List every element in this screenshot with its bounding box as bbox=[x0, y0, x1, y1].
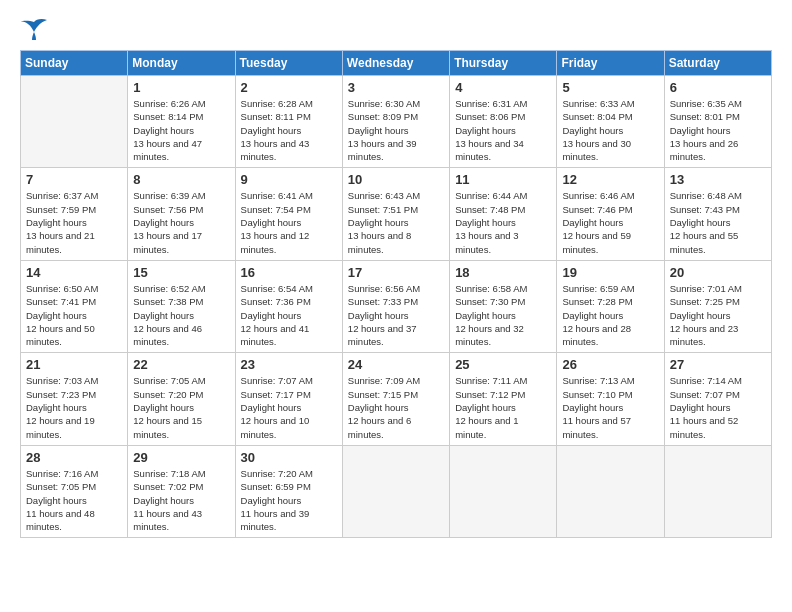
daylight-value: 12 hours and 23 minutes. bbox=[670, 323, 739, 347]
calendar-cell: 5Sunrise: 6:33 AMSunset: 8:04 PMDaylight… bbox=[557, 76, 664, 168]
week-row-2: 7Sunrise: 6:37 AMSunset: 7:59 PMDaylight… bbox=[21, 168, 772, 260]
daylight-value: 12 hours and 41 minutes. bbox=[241, 323, 310, 347]
calendar-page: SundayMondayTuesdayWednesdayThursdayFrid… bbox=[0, 0, 792, 612]
daylight-value: 13 hours and 17 minutes. bbox=[133, 230, 202, 254]
sunrise-label: Sunrise: 6:50 AM bbox=[26, 283, 98, 294]
calendar-cell bbox=[557, 445, 664, 537]
sunset-label: Sunset: 7:43 PM bbox=[670, 204, 740, 215]
calendar-table: SundayMondayTuesdayWednesdayThursdayFrid… bbox=[20, 50, 772, 538]
daylight-label: Daylight hours bbox=[241, 310, 302, 321]
calendar-cell: 20Sunrise: 7:01 AMSunset: 7:25 PMDayligh… bbox=[664, 260, 771, 352]
daylight-label: Daylight hours bbox=[241, 495, 302, 506]
day-info: Sunrise: 6:28 AMSunset: 8:11 PMDaylight … bbox=[241, 97, 337, 163]
calendar-cell bbox=[450, 445, 557, 537]
daylight-label: Daylight hours bbox=[455, 402, 516, 413]
calendar-cell bbox=[21, 76, 128, 168]
daylight-value: 12 hours and 15 minutes. bbox=[133, 415, 202, 439]
calendar-cell: 23Sunrise: 7:07 AMSunset: 7:17 PMDayligh… bbox=[235, 353, 342, 445]
sunrise-label: Sunrise: 7:07 AM bbox=[241, 375, 313, 386]
day-number: 9 bbox=[241, 172, 337, 187]
daylight-value: 12 hours and 50 minutes. bbox=[26, 323, 95, 347]
sunrise-label: Sunrise: 6:35 AM bbox=[670, 98, 742, 109]
day-number: 3 bbox=[348, 80, 444, 95]
day-info: Sunrise: 6:35 AMSunset: 8:01 PMDaylight … bbox=[670, 97, 766, 163]
daylight-label: Daylight hours bbox=[455, 310, 516, 321]
calendar-cell: 19Sunrise: 6:59 AMSunset: 7:28 PMDayligh… bbox=[557, 260, 664, 352]
calendar-cell: 13Sunrise: 6:48 AMSunset: 7:43 PMDayligh… bbox=[664, 168, 771, 260]
weekday-header-wednesday: Wednesday bbox=[342, 51, 449, 76]
day-info: Sunrise: 7:18 AMSunset: 7:02 PMDaylight … bbox=[133, 467, 229, 533]
sunset-label: Sunset: 7:05 PM bbox=[26, 481, 96, 492]
calendar-cell: 30Sunrise: 7:20 AMSunset: 6:59 PMDayligh… bbox=[235, 445, 342, 537]
daylight-value: 13 hours and 43 minutes. bbox=[241, 138, 310, 162]
daylight-value: 13 hours and 34 minutes. bbox=[455, 138, 524, 162]
sunset-label: Sunset: 7:59 PM bbox=[26, 204, 96, 215]
day-number: 18 bbox=[455, 265, 551, 280]
daylight-value: 11 hours and 57 minutes. bbox=[562, 415, 631, 439]
calendar-cell: 15Sunrise: 6:52 AMSunset: 7:38 PMDayligh… bbox=[128, 260, 235, 352]
calendar-cell: 25Sunrise: 7:11 AMSunset: 7:12 PMDayligh… bbox=[450, 353, 557, 445]
day-info: Sunrise: 6:37 AMSunset: 7:59 PMDaylight … bbox=[26, 189, 122, 255]
day-number: 7 bbox=[26, 172, 122, 187]
sunrise-label: Sunrise: 6:39 AM bbox=[133, 190, 205, 201]
sunset-label: Sunset: 7:12 PM bbox=[455, 389, 525, 400]
sunrise-label: Sunrise: 6:41 AM bbox=[241, 190, 313, 201]
sunset-label: Sunset: 7:25 PM bbox=[670, 296, 740, 307]
sunset-label: Sunset: 7:54 PM bbox=[241, 204, 311, 215]
daylight-label: Daylight hours bbox=[241, 402, 302, 413]
sunrise-label: Sunrise: 7:01 AM bbox=[670, 283, 742, 294]
day-number: 11 bbox=[455, 172, 551, 187]
sunset-label: Sunset: 7:51 PM bbox=[348, 204, 418, 215]
day-number: 23 bbox=[241, 357, 337, 372]
sunrise-label: Sunrise: 6:37 AM bbox=[26, 190, 98, 201]
sunrise-label: Sunrise: 7:09 AM bbox=[348, 375, 420, 386]
daylight-label: Daylight hours bbox=[670, 217, 731, 228]
day-info: Sunrise: 6:31 AMSunset: 8:06 PMDaylight … bbox=[455, 97, 551, 163]
day-number: 12 bbox=[562, 172, 658, 187]
day-number: 15 bbox=[133, 265, 229, 280]
day-number: 16 bbox=[241, 265, 337, 280]
day-info: Sunrise: 6:50 AMSunset: 7:41 PMDaylight … bbox=[26, 282, 122, 348]
sunset-label: Sunset: 7:56 PM bbox=[133, 204, 203, 215]
sunrise-label: Sunrise: 6:48 AM bbox=[670, 190, 742, 201]
day-info: Sunrise: 6:43 AMSunset: 7:51 PMDaylight … bbox=[348, 189, 444, 255]
day-info: Sunrise: 6:52 AMSunset: 7:38 PMDaylight … bbox=[133, 282, 229, 348]
daylight-label: Daylight hours bbox=[241, 125, 302, 136]
daylight-label: Daylight hours bbox=[670, 125, 731, 136]
calendar-cell bbox=[342, 445, 449, 537]
daylight-label: Daylight hours bbox=[562, 125, 623, 136]
calendar-cell: 8Sunrise: 6:39 AMSunset: 7:56 PMDaylight… bbox=[128, 168, 235, 260]
sunset-label: Sunset: 8:09 PM bbox=[348, 111, 418, 122]
day-info: Sunrise: 6:44 AMSunset: 7:48 PMDaylight … bbox=[455, 189, 551, 255]
day-info: Sunrise: 6:59 AMSunset: 7:28 PMDaylight … bbox=[562, 282, 658, 348]
sunrise-label: Sunrise: 6:56 AM bbox=[348, 283, 420, 294]
day-info: Sunrise: 6:39 AMSunset: 7:56 PMDaylight … bbox=[133, 189, 229, 255]
calendar-cell: 26Sunrise: 7:13 AMSunset: 7:10 PMDayligh… bbox=[557, 353, 664, 445]
daylight-label: Daylight hours bbox=[241, 217, 302, 228]
daylight-value: 12 hours and 6 minutes. bbox=[348, 415, 411, 439]
day-number: 5 bbox=[562, 80, 658, 95]
week-row-3: 14Sunrise: 6:50 AMSunset: 7:41 PMDayligh… bbox=[21, 260, 772, 352]
day-number: 2 bbox=[241, 80, 337, 95]
daylight-value: 11 hours and 43 minutes. bbox=[133, 508, 202, 532]
day-number: 4 bbox=[455, 80, 551, 95]
calendar-cell: 16Sunrise: 6:54 AMSunset: 7:36 PMDayligh… bbox=[235, 260, 342, 352]
weekday-header-friday: Friday bbox=[557, 51, 664, 76]
sunset-label: Sunset: 7:28 PM bbox=[562, 296, 632, 307]
daylight-value: 13 hours and 26 minutes. bbox=[670, 138, 739, 162]
daylight-value: 13 hours and 8 minutes. bbox=[348, 230, 411, 254]
day-number: 21 bbox=[26, 357, 122, 372]
daylight-value: 11 hours and 48 minutes. bbox=[26, 508, 95, 532]
sunrise-label: Sunrise: 7:14 AM bbox=[670, 375, 742, 386]
daylight-label: Daylight hours bbox=[348, 125, 409, 136]
calendar-cell: 24Sunrise: 7:09 AMSunset: 7:15 PMDayligh… bbox=[342, 353, 449, 445]
sunset-label: Sunset: 8:04 PM bbox=[562, 111, 632, 122]
daylight-value: 12 hours and 37 minutes. bbox=[348, 323, 417, 347]
weekday-header-saturday: Saturday bbox=[664, 51, 771, 76]
calendar-cell: 21Sunrise: 7:03 AMSunset: 7:23 PMDayligh… bbox=[21, 353, 128, 445]
sunrise-label: Sunrise: 7:18 AM bbox=[133, 468, 205, 479]
daylight-label: Daylight hours bbox=[562, 310, 623, 321]
day-info: Sunrise: 7:03 AMSunset: 7:23 PMDaylight … bbox=[26, 374, 122, 440]
daylight-label: Daylight hours bbox=[26, 310, 87, 321]
day-info: Sunrise: 7:14 AMSunset: 7:07 PMDaylight … bbox=[670, 374, 766, 440]
